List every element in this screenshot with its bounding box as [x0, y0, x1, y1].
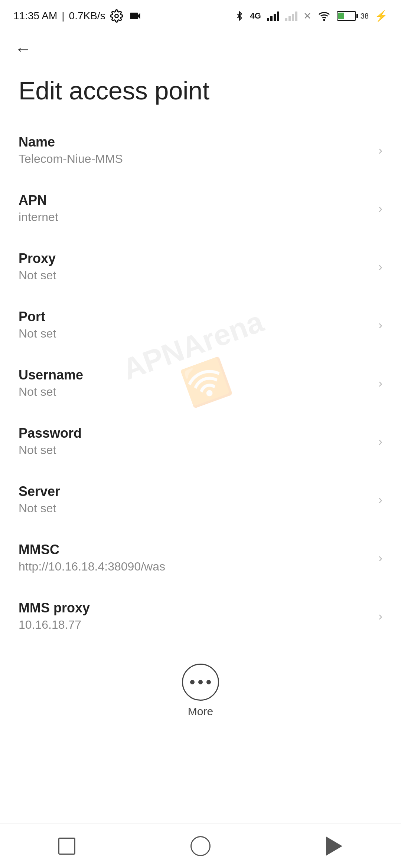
- battery-indicator: 38: [337, 11, 369, 21]
- more-section: More: [0, 645, 401, 733]
- settings-label-username: Username: [19, 367, 371, 383]
- back-arrow-icon: ←: [15, 41, 31, 57]
- page-title: Edit access point: [0, 65, 401, 121]
- nav-recents-button[interactable]: [48, 828, 85, 865]
- settings-label-mms-proxy: MMS proxy: [19, 600, 371, 616]
- nav-home-button[interactable]: [182, 828, 219, 865]
- status-separator: |: [62, 10, 64, 22]
- nav-square-icon: [58, 838, 75, 855]
- nav-back-button[interactable]: [316, 828, 353, 865]
- back-area[interactable]: ←: [0, 30, 401, 65]
- settings-label-server: Server: [19, 484, 371, 499]
- signal-bars-1: [267, 11, 279, 21]
- chevron-right-icon-username: ›: [378, 376, 382, 390]
- settings-value-name: Telecom-Niue-MMS: [19, 152, 371, 166]
- signal-bars-2: [285, 11, 297, 21]
- more-label: More: [188, 705, 213, 718]
- settings-value-proxy: Not set: [19, 269, 371, 282]
- settings-icon: [110, 9, 123, 23]
- charging-icon: ⚡: [375, 10, 388, 22]
- settings-item-password[interactable]: Password Not set ›: [0, 412, 401, 470]
- settings-item-server[interactable]: Server Not set ›: [0, 470, 401, 529]
- nav-bar: [0, 823, 401, 868]
- settings-label-name: Name: [19, 134, 371, 150]
- settings-item-name[interactable]: Name Telecom-Niue-MMS ›: [0, 121, 401, 179]
- settings-value-username: Not set: [19, 385, 371, 399]
- more-dots-icon: [190, 680, 211, 684]
- settings-label-password: Password: [19, 425, 371, 441]
- settings-value-apn: internet: [19, 210, 371, 224]
- chevron-right-icon-port: ›: [378, 318, 382, 332]
- back-button[interactable]: ←: [15, 41, 31, 57]
- nav-triangle-icon: [326, 836, 342, 856]
- settings-item-mmsc[interactable]: MMSC http://10.16.18.4:38090/was ›: [0, 529, 401, 587]
- settings-value-mms-proxy: 10.16.18.77: [19, 618, 371, 632]
- settings-label-port: Port: [19, 309, 371, 325]
- settings-label-mmsc: MMSC: [19, 542, 371, 558]
- settings-item-proxy[interactable]: Proxy Not set ›: [0, 237, 401, 296]
- bluetooth-icon: [235, 10, 244, 22]
- settings-value-port: Not set: [19, 327, 371, 341]
- svg-point-0: [115, 14, 118, 18]
- chevron-right-icon-password: ›: [378, 434, 382, 448]
- chevron-right-icon-mms-proxy: ›: [378, 609, 382, 623]
- chevron-right-icon-server: ›: [378, 492, 382, 507]
- status-speed: 0.7KB/s: [69, 10, 105, 22]
- settings-value-server: Not set: [19, 502, 371, 515]
- settings-label-proxy: Proxy: [19, 251, 371, 266]
- settings-value-password: Not set: [19, 443, 371, 457]
- status-bar: 11:35 AM | 0.7KB/s 4G: [0, 0, 401, 30]
- chevron-right-icon-apn: ›: [378, 201, 382, 216]
- settings-list: Name Telecom-Niue-MMS › APN internet › P…: [0, 121, 401, 645]
- settings-item-port[interactable]: Port Not set ›: [0, 296, 401, 354]
- wifi-icon: [317, 10, 331, 22]
- settings-value-mmsc: http://10.16.18.4:38090/was: [19, 560, 371, 573]
- network-4g: 4G: [250, 11, 261, 21]
- svg-point-1: [323, 19, 325, 20]
- settings-item-mms-proxy[interactable]: MMS proxy 10.16.18.77 ›: [0, 587, 401, 645]
- chevron-right-icon-proxy: ›: [378, 259, 382, 274]
- no-signal-icon: ✕: [303, 10, 312, 22]
- camera-icon: [128, 9, 143, 23]
- chevron-right-icon-mmsc: ›: [378, 550, 382, 565]
- more-button[interactable]: [182, 664, 219, 701]
- settings-item-apn[interactable]: APN internet ›: [0, 179, 401, 237]
- status-right-icons: 4G ✕: [235, 10, 388, 22]
- nav-circle-icon: [190, 836, 211, 856]
- chevron-right-icon-name: ›: [378, 143, 382, 157]
- settings-label-apn: APN: [19, 193, 371, 208]
- settings-item-username[interactable]: Username Not set ›: [0, 354, 401, 412]
- status-time: 11:35 AM: [13, 10, 57, 22]
